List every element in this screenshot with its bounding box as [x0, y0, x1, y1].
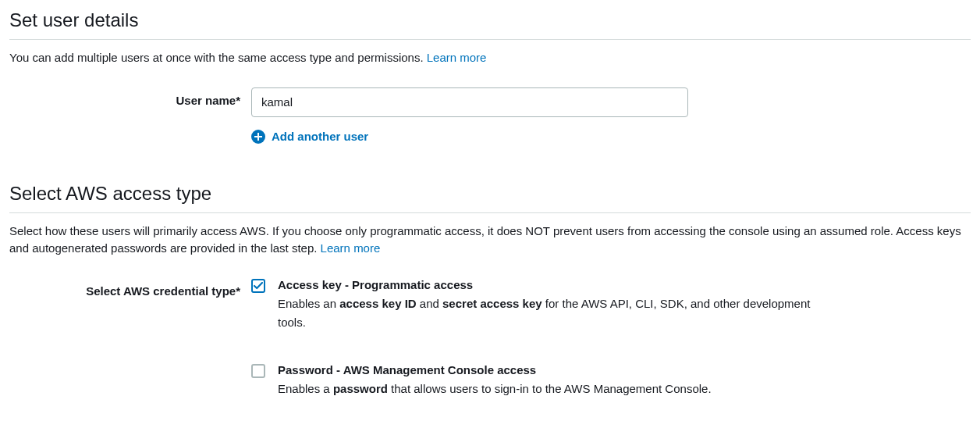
learn-more-link-2[interactable]: Learn more — [321, 241, 381, 255]
username-label: User name* — [176, 94, 240, 107]
checkbox-wrap-2 — [251, 363, 265, 380]
check-icon — [254, 282, 263, 290]
learn-more-link-1[interactable]: Learn more — [427, 51, 487, 64]
credential-type-row: Select AWS credential type* Access key -… — [9, 278, 971, 417]
add-another-user-button[interactable]: Add another user — [251, 130, 829, 144]
option-access-key: Access key - Programmatic access Enables… — [251, 278, 829, 332]
desc-text-2: Select how these users will primarily ac… — [9, 224, 961, 255]
section-title-access-type: Select AWS access type — [9, 183, 971, 213]
desc-text: You can add multiple users at once with … — [9, 51, 427, 64]
option-password: Password - AWS Management Console access… — [251, 363, 829, 398]
checkbox-wrap-1 — [251, 278, 265, 293]
plus-circle-icon — [251, 130, 265, 144]
option2-title: Password - AWS Management Console access — [278, 363, 816, 376]
username-field-col: Add another user — [251, 87, 829, 144]
username-row: User name* Add another user — [9, 87, 971, 144]
option1-title: Access key - Programmatic access — [278, 278, 816, 291]
option2-desc: Enables a password that allows users to … — [278, 380, 816, 398]
set-user-details-section: Set user details You can add multiple us… — [9, 9, 971, 144]
cred-label: Select AWS credential type* — [86, 284, 240, 298]
option2-text: Password - AWS Management Console access… — [278, 363, 816, 398]
section-desc-user-details: You can add multiple users at once with … — [9, 49, 971, 67]
checkbox-password[interactable] — [251, 364, 265, 378]
option1-desc: Enables an access key ID and secret acce… — [278, 294, 816, 332]
section-title-user-details: Set user details — [9, 9, 971, 40]
username-label-col: User name* — [9, 87, 251, 107]
section-desc-access-type: Select how these users will primarily ac… — [9, 223, 971, 258]
cred-label-col: Select AWS credential type* — [9, 278, 251, 298]
cred-field-col: Access key - Programmatic access Enables… — [251, 278, 829, 417]
checkbox-access-key[interactable] — [251, 279, 265, 293]
username-input[interactable] — [251, 87, 688, 117]
select-access-type-section: Select AWS access type Select how these … — [9, 183, 971, 417]
add-user-label: Add another user — [272, 130, 368, 143]
svg-rect-2 — [254, 136, 262, 137]
option1-text: Access key - Programmatic access Enables… — [278, 278, 816, 332]
